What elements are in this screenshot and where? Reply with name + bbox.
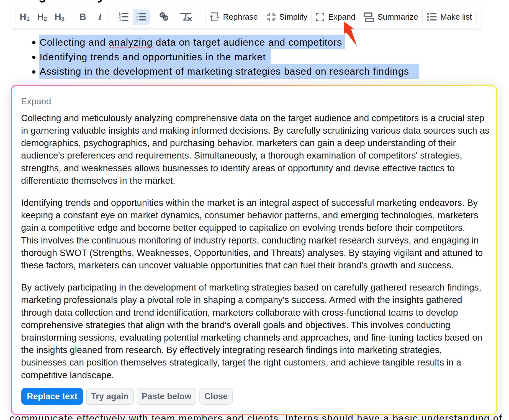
- svg-text:3: 3: [119, 18, 121, 22]
